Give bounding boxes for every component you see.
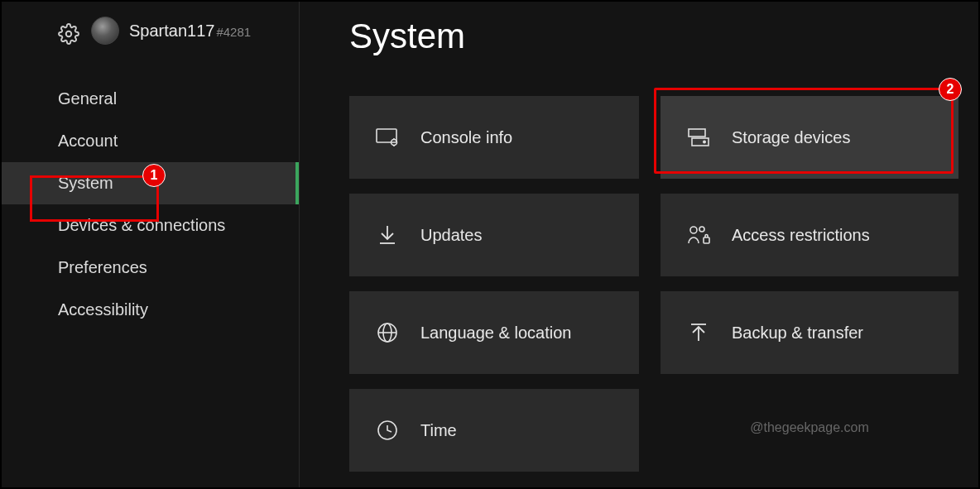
tile-label: Time	[420, 421, 457, 440]
tile-label: Console info	[420, 128, 512, 147]
annotation-badge-1: 1	[142, 164, 166, 187]
sidebar: Spartan117#4281 General Account System D…	[2, 2, 300, 487]
tile-updates[interactable]: Updates	[349, 194, 639, 276]
svg-rect-12	[704, 237, 709, 243]
sidebar-item-label: General	[58, 89, 117, 108]
tile-label: Language & location	[420, 324, 571, 343]
sidebar-item-label: Preferences	[58, 258, 147, 276]
storage-icon	[687, 126, 710, 149]
tile-label: Storage devices	[732, 128, 850, 147]
sidebar-item-label: Account	[58, 132, 118, 150]
page-title: System	[349, 17, 978, 56]
sidebar-item-label: System	[58, 174, 113, 192]
tile-label: Updates	[420, 226, 483, 245]
download-icon	[376, 223, 399, 247]
clock-icon	[376, 419, 399, 442]
tile-label: Backup & transfer	[732, 324, 863, 343]
profile-name: Spartan117#4281	[129, 22, 251, 41]
svg-point-11	[699, 227, 704, 232]
svg-point-0	[66, 31, 72, 37]
globe-icon	[376, 321, 399, 344]
sidebar-nav: General Account System Devices & connect…	[2, 78, 299, 331]
tile-language-location[interactable]: Language & location	[349, 291, 639, 374]
tile-access-restrictions[interactable]: Access restrictions	[661, 194, 958, 276]
sidebar-item-label: Devices & connections	[58, 216, 225, 234]
svg-point-10	[690, 227, 697, 233]
settings-window: Spartan117#4281 General Account System D…	[0, 0, 980, 489]
monitor-gear-icon	[376, 126, 399, 149]
sidebar-item-label: Accessibility	[58, 300, 148, 319]
username-label: Spartan117	[129, 22, 214, 40]
sidebar-item-preferences[interactable]: Preferences	[2, 247, 299, 289]
sidebar-item-general[interactable]: General	[2, 78, 299, 120]
sidebar-item-account[interactable]: Account	[2, 120, 299, 162]
svg-point-7	[704, 141, 705, 142]
main-panel: System Console info	[300, 2, 978, 487]
tile-storage-devices[interactable]: Storage devices	[661, 96, 958, 179]
tile-label: Access restrictions	[732, 226, 870, 245]
annotation-badge-2: 2	[939, 78, 962, 101]
avatar	[91, 17, 119, 45]
tile-time[interactable]: Time	[349, 389, 639, 472]
svg-rect-1	[377, 129, 396, 142]
sidebar-item-accessibility[interactable]: Accessibility	[2, 289, 299, 331]
svg-rect-5	[689, 129, 705, 137]
tile-console-info[interactable]: Console info	[349, 96, 639, 179]
sidebar-item-devices-connections[interactable]: Devices & connections	[2, 204, 299, 247]
watermark: @thegeekpage.com	[661, 389, 958, 472]
profile-header[interactable]: Spartan117#4281	[2, 17, 299, 45]
tile-backup-transfer[interactable]: Backup & transfer	[661, 291, 958, 374]
usertag-label: #4281	[216, 25, 251, 39]
gear-icon	[58, 23, 79, 45]
people-lock-icon	[687, 223, 710, 247]
upload-icon	[687, 321, 710, 344]
settings-tiles: Console info Storage devices	[349, 96, 978, 472]
